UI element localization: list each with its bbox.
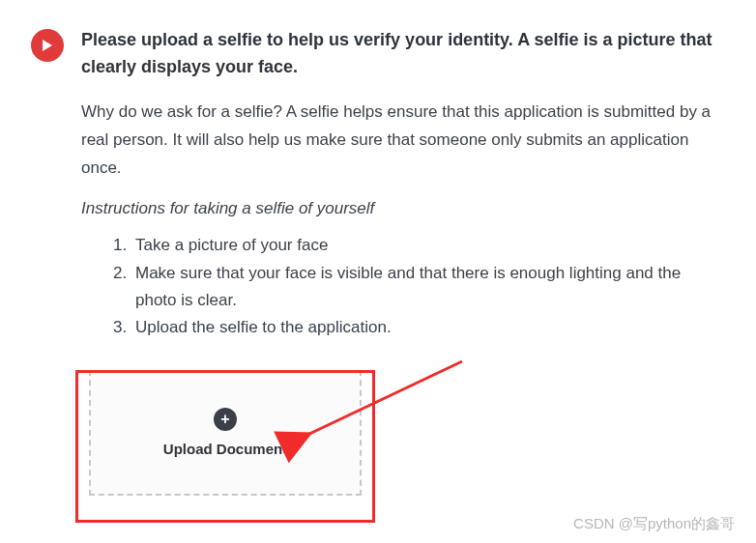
explanation-text: Why do we ask for a selfie? A selfie hel… — [81, 99, 717, 183]
instruction-steps: Take a picture of your face Make sure th… — [81, 232, 717, 340]
play-icon — [31, 29, 64, 62]
list-item: Take a picture of your face — [131, 232, 717, 259]
upload-document-dropzone[interactable]: + Upload Document — [89, 370, 362, 496]
content-column: Please upload a selfie to help us verify… — [81, 27, 717, 357]
section-heading: Please upload a selfie to help us verify… — [81, 27, 717, 81]
list-item: Upload the selfie to the application. — [131, 314, 717, 341]
watermark-text: CSDN @写python的鑫哥 — [573, 515, 735, 533]
upload-area-wrapper: + Upload Document — [75, 370, 375, 523]
list-item: Make sure that your face is visible and … — [131, 260, 717, 314]
upload-label: Upload Document — [163, 441, 287, 457]
plus-icon: + — [214, 408, 237, 431]
instructions-label: Instructions for taking a selfie of your… — [81, 199, 717, 218]
selfie-upload-section: Please upload a selfie to help us verify… — [0, 0, 756, 357]
